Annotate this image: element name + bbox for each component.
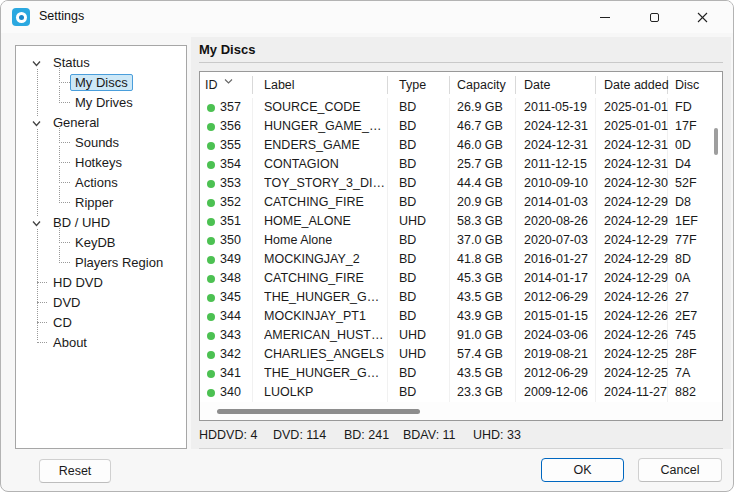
horizontal-scrollbar-thumb[interactable] [217,409,420,414]
column-separator[interactable] [449,76,450,94]
chevron-down-icon[interactable] [31,117,42,128]
sidebar-item-bd-uhd[interactable]: BD / UHD [16,212,186,232]
chevron-down-icon[interactable] [31,217,42,228]
table-row[interactable]: 354CONTAGIONBD25.7 GB2011-12-152024-12-3… [200,155,710,174]
column-separator[interactable] [387,76,388,94]
sidebar-item-cd[interactable]: CD [16,312,186,332]
maximize-button[interactable] [632,1,677,33]
close-button[interactable] [680,1,725,33]
sidebar-item-my-discs[interactable]: My Discs [16,72,186,92]
chevron-down-icon[interactable] [31,57,42,68]
page-title: My Discs [199,42,255,57]
tree-guide-stub [37,302,47,303]
cell-label: MOCKINJAY_PT1 [264,309,385,323]
sidebar-item-hotkeys[interactable]: Hotkeys [16,152,186,172]
sidebar-item-players-region[interactable]: Players Region [16,252,186,272]
disc-status-green-icon [207,332,215,340]
cell-id: 350 [220,233,241,247]
reset-button[interactable]: Reset [39,459,111,483]
table-row[interactable]: 353TOY_STORY_3_DISC_1BD44.4 GB2010-09-10… [200,174,710,193]
column-header-label[interactable]: Label [264,78,295,92]
table-row[interactable]: 352CATCHING_FIREBD20.9 GB2014-01-032024-… [200,193,710,212]
sidebar-item-ripper[interactable]: Ripper [16,192,186,212]
cell-id: 355 [220,138,241,152]
title-bar[interactable]: Settings [1,1,733,33]
cell-type: BD [399,138,416,152]
table-row[interactable]: 343AMERICAN_HUSTLEUHD91.0 GB2024-03-0620… [200,326,710,345]
tree-guide-stub [59,82,70,83]
table-row[interactable]: 351HOME_ALONEUHD58.3 GB2020-08-262024-12… [200,212,710,231]
column-header-type[interactable]: Type [399,78,426,92]
cell-disc: 0A [675,271,709,285]
disc-status-green-icon [207,275,215,283]
disc-status-green-icon [207,389,215,397]
column-separator[interactable] [595,76,596,94]
cell-capacity: 44.4 GB [457,176,503,190]
cell-type: BD [399,366,416,380]
cell-label: THE_HUNGER_GAMES [264,366,385,380]
sidebar-item-actions[interactable]: Actions [16,172,186,192]
column-header-capacity[interactable]: Capacity [457,78,506,92]
table-row[interactable]: 357SOURCE_CODEBD26.9 GB2011-05-192025-01… [200,98,710,117]
cell-disc: 27 [675,290,709,304]
cell-label: HOME_ALONE [264,214,385,228]
vertical-scrollbar[interactable] [709,72,722,402]
cell-date: 2020-07-03 [524,233,588,247]
cell-added: 2024-12-25 [604,366,668,380]
vertical-scrollbar-thumb[interactable] [714,128,718,155]
table-row[interactable]: 350Home AloneBD37.0 GB2020-07-032024-12-… [200,231,710,250]
cell-added: 2024-12-29 [604,214,668,228]
table-row[interactable]: 348CATCHING_FIREBD45.3 GB2014-01-172024-… [200,269,710,288]
sidebar-item-my-drives[interactable]: My Drives [16,92,186,112]
status-count: DVD: 114 [273,428,326,442]
column-header-date[interactable]: Date [524,78,550,92]
cell-disc: FD [675,100,709,114]
column-header-id[interactable]: ID [205,78,218,92]
cell-date: 2016-01-27 [524,252,588,266]
cell-type: BD [399,157,416,171]
table-row[interactable]: 340LUOLKPBD23.3 GB2009-12-062024-11-2788… [200,383,710,402]
cell-id: 340 [220,385,241,399]
cell-label: Home Alone [264,233,385,247]
cell-capacity: 43.5 GB [457,366,503,380]
sidebar-item-hd-dvd[interactable]: HD DVD [16,272,186,292]
table-row[interactable]: 344MOCKINJAY_PT1BD43.9 GB2015-01-152024-… [200,307,710,326]
column-separator[interactable] [515,76,516,94]
cell-id: 351 [220,214,241,228]
table-row[interactable]: 342CHARLIES_ANGELSUHD57.4 GB2019-08-2120… [200,345,710,364]
sidebar-item-about[interactable]: About [16,332,186,352]
cell-label: HUNGER_GAME_CATC... [264,119,385,133]
horizontal-scrollbar[interactable] [200,402,722,420]
tree-guide-line [59,66,60,83]
disc-status-green-icon [207,313,215,321]
cell-capacity: 45.3 GB [457,271,503,285]
cell-type: BD [399,233,416,247]
cell-added: 2024-12-29 [604,252,668,266]
sidebar-item-status[interactable]: Status [16,52,186,72]
table-row[interactable]: 356HUNGER_GAME_CATC...BD46.7 GB2024-12-3… [200,117,710,136]
sidebar-item-sounds[interactable]: Sounds [16,132,186,152]
sidebar-item-keydb[interactable]: KeyDB [16,232,186,252]
table-row[interactable]: 355ENDERS_GAMEBD46.0 GB2024-12-312024-12… [200,136,710,155]
column-header-date-added[interactable]: Date added [604,78,669,92]
cell-capacity: 41.8 GB [457,252,503,266]
tree-guide-stub [37,282,47,283]
cell-added: 2024-12-25 [604,347,668,361]
table-row[interactable]: 341THE_HUNGER_GAMESBD43.5 GB2012-06-2920… [200,364,710,383]
column-header-disc[interactable]: Disc [675,78,699,92]
cancel-button[interactable]: Cancel [638,458,722,482]
cell-added: 2024-12-29 [604,233,668,247]
cell-date: 2010-09-10 [524,176,588,190]
table-row[interactable]: 345THE_HUNGER_GAMESBD43.5 GB2012-06-2920… [200,288,710,307]
minimize-button[interactable] [582,1,627,33]
table-row[interactable]: 349MOCKINGJAY_2BD41.8 GB2016-01-272024-1… [200,250,710,269]
column-separator[interactable] [252,76,253,94]
cell-disc: D4 [675,157,709,171]
ok-button[interactable]: OK [541,458,624,482]
cell-capacity: 46.0 GB [457,138,503,152]
disc-status-green-icon [207,161,215,169]
sidebar-item-general[interactable]: General [16,112,186,132]
tree-guide-line [59,146,60,163]
disc-status-green-icon [207,218,215,226]
sidebar-item-dvd[interactable]: DVD [16,292,186,312]
